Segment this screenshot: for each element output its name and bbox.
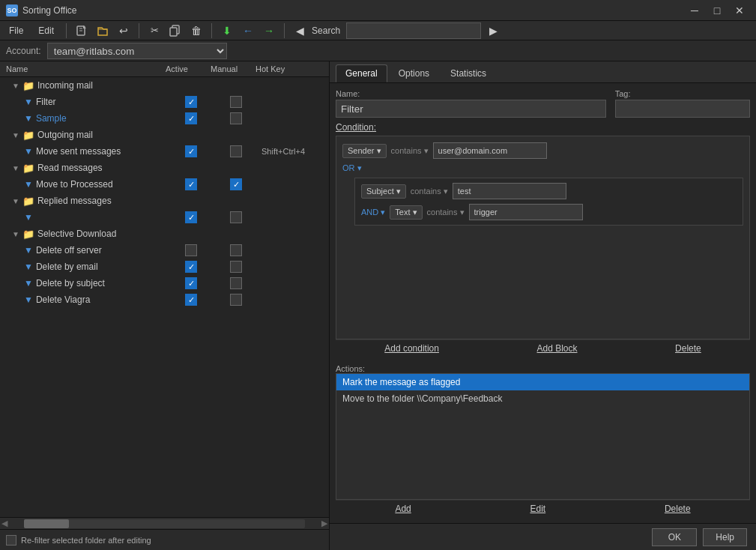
restore-button[interactable]: □ xyxy=(707,0,728,21)
toolbar-cut-btn[interactable]: ✂ xyxy=(145,22,163,40)
active-checkbox[interactable] xyxy=(185,294,197,306)
active-cell[interactable] xyxy=(169,145,214,157)
manual-checkbox[interactable] xyxy=(230,244,242,256)
condition-delete-btn[interactable]: Delete xyxy=(675,343,701,354)
active-cell[interactable] xyxy=(169,277,214,289)
active-checkbox[interactable] xyxy=(185,145,197,157)
search-input[interactable] xyxy=(346,22,481,39)
action-edit-btn[interactable]: Edit xyxy=(530,504,545,514)
manual-checkbox[interactable] xyxy=(230,294,242,306)
close-button[interactable]: ✕ xyxy=(729,0,750,21)
tree-item-move-to-processed[interactable]: ▼ Move to Processed xyxy=(0,176,329,193)
tag-input[interactable] xyxy=(615,100,750,118)
add-condition-btn[interactable]: Add condition xyxy=(384,343,439,354)
manual-cell[interactable] xyxy=(214,96,258,108)
subject-value-input[interactable] xyxy=(453,183,566,199)
active-checkbox[interactable] xyxy=(185,178,197,190)
action-item-flag[interactable]: Mark the message as flagged xyxy=(336,374,749,390)
active-cell[interactable] xyxy=(169,178,214,190)
horizontal-scrollbar[interactable]: ◀ ▶ xyxy=(0,517,329,529)
sender-value-input[interactable] xyxy=(433,142,547,159)
toolbar-copy-btn[interactable] xyxy=(166,22,184,40)
tree-item-delete-by-subject[interactable]: ▼ Delete by subject xyxy=(0,275,329,291)
toolbar-forward-btn[interactable]: → xyxy=(260,22,278,40)
toolbar-down-btn[interactable]: ⬇ xyxy=(218,22,236,40)
manual-cell[interactable] xyxy=(214,261,258,273)
tree-item-delete-by-email[interactable]: ▼ Delete by email xyxy=(0,259,329,275)
tree-item-delete-viagra[interactable]: ▼ Delete Viagra xyxy=(0,291,329,308)
sender-field-tag[interactable]: Sender ▾ xyxy=(342,144,387,158)
toolbar-search-go-btn[interactable]: ▶ xyxy=(484,22,502,40)
active-checkbox[interactable] xyxy=(185,277,197,289)
manual-cell[interactable] xyxy=(214,294,258,306)
toolbar-back-btn[interactable]: ← xyxy=(239,22,257,40)
tree-item-delete-off-server[interactable]: ▼ Delete off server xyxy=(0,242,329,259)
scroll-left-btn[interactable]: ◀ xyxy=(0,519,9,528)
manual-checkbox[interactable] xyxy=(230,211,242,223)
active-checkbox[interactable] xyxy=(185,96,197,108)
tree-item-replied-messages[interactable]: ▼ 📁 Replied messages xyxy=(0,193,329,209)
action-add-btn[interactable]: Add xyxy=(395,504,411,514)
tree-item-sample[interactable]: ▼ Sample xyxy=(0,110,329,127)
active-checkbox[interactable] xyxy=(185,112,197,124)
toolbar-open-btn[interactable] xyxy=(94,22,112,40)
tab-general[interactable]: General xyxy=(336,64,387,82)
manual-checkbox[interactable] xyxy=(230,277,242,289)
manual-cell[interactable] xyxy=(214,145,258,157)
tree-item-read-messages[interactable]: ▼ 📁 Read messages xyxy=(0,160,329,176)
text-contains-op[interactable]: contains ▾ xyxy=(427,208,465,217)
tree-item-filter[interactable]: ▼ Filter xyxy=(0,94,329,110)
or-connector[interactable]: OR ▾ xyxy=(342,163,362,173)
subject-field-tag[interactable]: Subject ▾ xyxy=(361,184,406,199)
active-checkbox[interactable] xyxy=(185,261,197,273)
minimize-button[interactable]: ─ xyxy=(684,0,705,21)
manual-checkbox[interactable] xyxy=(230,261,242,273)
subject-contains-op[interactable]: contains ▾ xyxy=(411,187,448,196)
action-delete-btn[interactable]: Delete xyxy=(665,504,691,514)
tree-item-replied-filter[interactable]: ▼ xyxy=(0,209,329,226)
tab-statistics[interactable]: Statistics xyxy=(441,64,496,82)
add-block-btn[interactable]: Add Block xyxy=(537,343,578,354)
hscroll-track[interactable] xyxy=(24,519,305,528)
manual-cell[interactable] xyxy=(214,211,258,223)
manual-checkbox[interactable] xyxy=(230,112,242,124)
name-input[interactable] xyxy=(336,100,606,118)
action-item-move[interactable]: Move to the folder \\Company\Feedback xyxy=(336,390,749,407)
tree-item-selective-download[interactable]: ▼ 📁 Selective Download xyxy=(0,226,329,242)
tab-options[interactable]: Options xyxy=(389,64,439,82)
account-select[interactable]: team@ritlabs.com xyxy=(47,43,227,59)
expand-icon[interactable]: ▼ xyxy=(12,230,19,238)
expand-icon[interactable]: ▼ xyxy=(12,131,19,139)
expand-icon[interactable]: ▼ xyxy=(12,164,19,172)
menu-edit[interactable]: Edit xyxy=(32,24,60,37)
active-cell[interactable] xyxy=(169,294,214,306)
expand-icon[interactable]: ▼ xyxy=(12,197,19,205)
ok-button[interactable]: OK xyxy=(652,528,697,546)
manual-checkbox[interactable] xyxy=(230,145,242,157)
tree-item-move-sent[interactable]: ▼ Move sent messages Shift+Ctrl+4 xyxy=(0,143,329,160)
scroll-right-btn[interactable]: ▶ xyxy=(320,519,329,528)
help-button[interactable]: Help xyxy=(703,528,747,546)
and-connector[interactable]: AND ▾ xyxy=(361,208,385,217)
text-field-tag[interactable]: Text ▾ xyxy=(390,205,422,220)
expand-icon[interactable]: ▼ xyxy=(12,82,19,90)
toolbar-undo-btn[interactable]: ↩ xyxy=(115,22,133,40)
hscroll-thumb[interactable] xyxy=(24,519,69,528)
manual-cell[interactable] xyxy=(214,277,258,289)
manual-cell[interactable] xyxy=(214,112,258,124)
manual-checkbox[interactable] xyxy=(230,96,242,108)
active-cell[interactable] xyxy=(169,96,214,108)
active-cell[interactable] xyxy=(169,261,214,273)
manual-cell[interactable] xyxy=(214,244,258,256)
manual-checkbox[interactable] xyxy=(230,178,242,190)
sender-contains-op[interactable]: contains ▾ xyxy=(391,146,429,156)
tree-item-incoming-mail[interactable]: ▼ 📁 Incoming mail xyxy=(0,77,329,94)
toolbar-delete-btn[interactable]: 🗑 xyxy=(187,22,205,40)
menu-file[interactable]: File xyxy=(3,24,29,37)
active-checkbox[interactable] xyxy=(185,244,197,256)
toolbar-prev-btn[interactable]: ◀ xyxy=(291,22,309,40)
active-cell[interactable] xyxy=(169,211,214,223)
active-cell[interactable] xyxy=(169,244,214,256)
manual-cell[interactable] xyxy=(214,178,258,190)
tree-item-outgoing-mail[interactable]: ▼ 📁 Outgoing mail xyxy=(0,127,329,143)
